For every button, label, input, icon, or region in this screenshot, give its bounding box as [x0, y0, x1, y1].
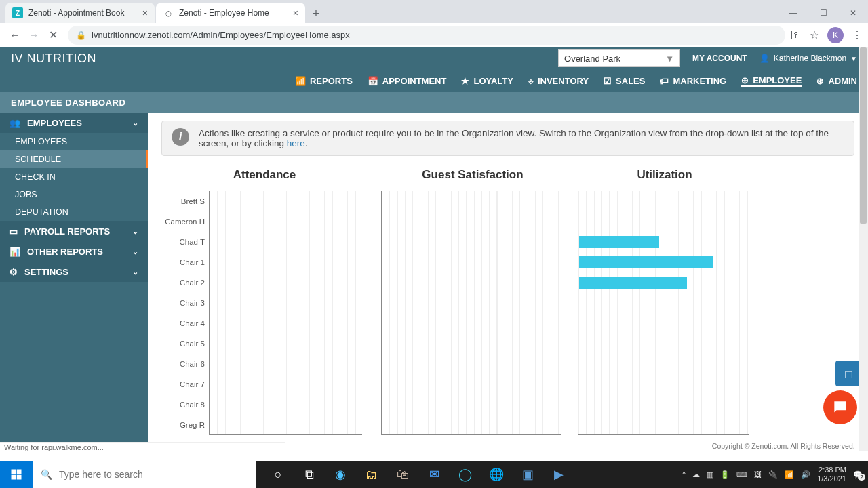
- nav-sales[interactable]: ☑SALES: [604, 76, 645, 86]
- zoom-icon[interactable]: ▣: [513, 461, 542, 488]
- check-icon: ☑: [604, 76, 612, 86]
- chevron-down-icon: ⌄: [132, 119, 138, 127]
- scrollbar-thumb[interactable]: [860, 47, 867, 224]
- copyright-text: Copyright © Zenoti.com. All Rights Reser…: [712, 442, 864, 450]
- task-view-icon[interactable]: ⧉: [294, 461, 324, 488]
- nav-admin[interactable]: ⊛ADMIN: [816, 76, 857, 86]
- nav-loyalty[interactable]: ★LOYALTY: [461, 76, 513, 86]
- forward-button[interactable]: →: [24, 26, 43, 45]
- location-select[interactable]: Overland Park ▼: [558, 49, 680, 67]
- sidebar-section-employees[interactable]: 👥 EMPLOYEES ⌄: [0, 113, 148, 133]
- chart-plot: [381, 191, 561, 435]
- chart-category-label: Chair 4: [161, 313, 205, 333]
- kebab-menu-icon[interactable]: ⋮: [852, 28, 863, 41]
- store-icon[interactable]: 🛍: [388, 461, 418, 488]
- nav-employee[interactable]: ⊕EMPLOYEE: [741, 75, 802, 87]
- primary-nav: 📶REPORTS 📅APPOINTMENT ★LOYALTY ⟐INVENTOR…: [0, 69, 868, 92]
- sidebar-section-payroll[interactable]: ▭ PAYROLL REPORTS ⌄: [0, 221, 148, 241]
- globe-icon: ⊛: [816, 76, 824, 86]
- tray-app-icon[interactable]: ▥: [707, 470, 713, 479]
- search-placeholder: Type here to search: [59, 469, 143, 480]
- sidebar-item-employees[interactable]: EMPLOYEES: [0, 133, 148, 150]
- notification-center[interactable]: 💬2: [853, 470, 863, 479]
- sidebar-item-jobs[interactable]: JOBS: [0, 186, 148, 203]
- svg-rect-3: [17, 475, 22, 480]
- url-text: ivnutritionnow.zenoti.com/Admin/Employee…: [92, 30, 350, 40]
- key-icon[interactable]: ⚿: [791, 29, 802, 41]
- tab-close-icon[interactable]: ×: [142, 7, 148, 18]
- nav-appointment[interactable]: 📅APPOINTMENT: [368, 76, 447, 86]
- bookmark-icon[interactable]: ☆: [810, 28, 819, 41]
- nav-reports[interactable]: 📶REPORTS: [295, 76, 353, 86]
- sidebar-item-checkin[interactable]: CHECK IN: [0, 168, 148, 186]
- movies-icon[interactable]: ▶: [544, 461, 574, 488]
- sidebar-section-label: OTHER REPORTS: [27, 247, 103, 257]
- chart-category-label: Chair 3: [161, 293, 205, 313]
- chart-utilization: Utilization: [578, 168, 751, 451]
- svg-rect-1: [17, 470, 22, 474]
- window-maximize[interactable]: ☐: [808, 3, 838, 23]
- sidebar-item-deputation[interactable]: DEPUTATION: [0, 203, 148, 221]
- chart-category-label: Chair 7: [161, 374, 205, 394]
- tab-favicon: Z: [12, 7, 23, 18]
- window-minimize[interactable]: ―: [778, 3, 808, 23]
- tray-power-icon[interactable]: 🔌: [768, 470, 778, 479]
- chat-widget-button[interactable]: [823, 390, 857, 424]
- address-bar[interactable]: 🔒 ivnutritionnow.zenoti.com/Admin/Employ…: [68, 26, 785, 45]
- cortana-ring-icon[interactable]: ◯: [450, 461, 480, 488]
- page-scrollbar[interactable]: [859, 47, 868, 451]
- tray-wifi-icon[interactable]: 📶: [785, 470, 794, 479]
- chart-category-label: Chair 6: [161, 354, 205, 374]
- chevron-down-icon: ⌄: [132, 227, 138, 236]
- chevron-down-icon: ⌄: [132, 247, 138, 256]
- edge-icon[interactable]: ◉: [326, 461, 355, 488]
- sidebar-section-settings[interactable]: ⚙ SETTINGS ⌄: [0, 262, 148, 282]
- chrome-icon[interactable]: 🌐: [481, 461, 511, 488]
- nav-inventory[interactable]: ⟐INVENTORY: [528, 76, 589, 86]
- tray-keyboard-icon[interactable]: ⌨: [736, 470, 747, 479]
- user-menu[interactable]: 👤 Katherine Blackmon ▼: [760, 54, 857, 63]
- tab-close-icon[interactable]: ×: [293, 7, 298, 18]
- chart-attendance: Attendance Brett SCameron HChad TChair 1…: [161, 168, 368, 451]
- taskbar-clock[interactable]: 2:38 PM 1/3/2021: [817, 466, 846, 483]
- sidebar-section-label: EMPLOYEES: [27, 118, 82, 128]
- money-icon: ▭: [9, 226, 18, 237]
- calendar-icon: 📅: [368, 76, 378, 86]
- window-close[interactable]: ✕: [838, 3, 868, 23]
- help-widget-button[interactable]: ◻: [835, 361, 861, 386]
- tray-volume-icon[interactable]: 🔊: [801, 470, 810, 479]
- sidebar-section-other-reports[interactable]: 📊 OTHER REPORTS ⌄: [0, 241, 148, 262]
- tray-pictures-icon[interactable]: 🖼: [754, 470, 762, 479]
- tray-onedrive-icon[interactable]: ☁: [692, 470, 700, 479]
- new-tab-button[interactable]: +: [307, 4, 326, 23]
- tray-chevron-icon[interactable]: ^: [682, 470, 686, 479]
- sidebar-item-schedule[interactable]: SCHEDULE: [0, 150, 148, 168]
- nav-label: EMPLOYEE: [753, 75, 802, 85]
- chart-title: Attendance: [161, 168, 368, 182]
- person-icon: ⊕: [741, 75, 749, 85]
- browser-tab-0[interactable]: Z Zenoti - Appointment Book ×: [5, 3, 155, 23]
- taskbar-apps: ○ ⧉ ◉ 🗂 🛍 ✉ ◯ 🌐 ▣ ▶: [263, 461, 574, 488]
- star-icon: ★: [461, 76, 469, 86]
- chart-category-label: Chair 8: [161, 394, 205, 415]
- tag-icon: 🏷: [660, 76, 669, 86]
- nav-label: APPOINTMENT: [382, 76, 447, 86]
- my-account-link[interactable]: MY ACCOUNT: [692, 54, 747, 63]
- browser-tab-1[interactable]: ◌ Zenoti - Employee Home ×: [156, 3, 305, 23]
- profile-avatar[interactable]: K: [827, 27, 844, 43]
- nav-marketing[interactable]: 🏷MARKETING: [660, 76, 726, 86]
- lock-icon: 🔒: [76, 30, 86, 40]
- stop-button[interactable]: ✕: [43, 26, 62, 45]
- banner-here-link[interactable]: here: [287, 138, 305, 148]
- info-banner: i Actions like creating a service or pro…: [161, 121, 854, 156]
- taskbar-search[interactable]: 🔍 Type here to search: [33, 461, 256, 488]
- nav-label: ADMIN: [828, 76, 857, 86]
- notif-badge: 2: [858, 474, 865, 481]
- mail-icon[interactable]: ✉: [419, 461, 449, 488]
- explorer-icon[interactable]: 🗂: [357, 461, 387, 488]
- back-button[interactable]: ←: [5, 26, 24, 45]
- tray-battery-icon[interactable]: 🔋: [720, 470, 730, 479]
- start-button[interactable]: [0, 461, 33, 488]
- charts-row: Attendance Brett SCameron HChad TChair 1…: [161, 168, 854, 451]
- cortana-icon[interactable]: ○: [263, 461, 293, 488]
